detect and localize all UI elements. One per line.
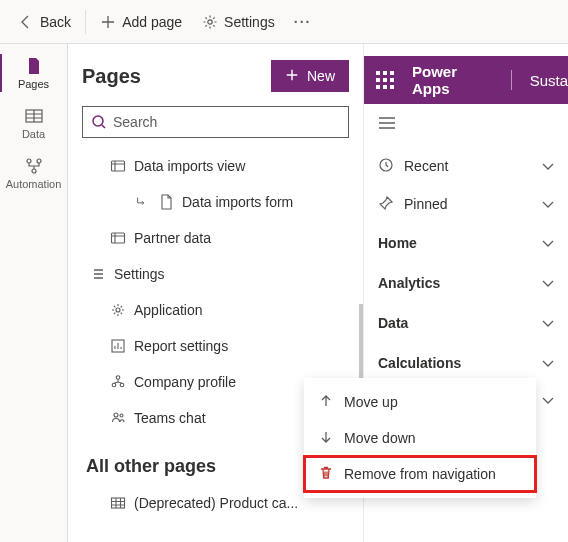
svg-rect-6 xyxy=(112,161,125,171)
nav-home[interactable]: Home xyxy=(378,223,554,263)
tree-item-label: Teams chat xyxy=(134,410,206,426)
plus-icon xyxy=(100,14,116,30)
tree-item-application[interactable]: Application xyxy=(82,292,349,328)
svg-point-0 xyxy=(208,19,212,23)
tree-item-data-imports-view[interactable]: Data imports view xyxy=(82,148,349,184)
nav-pinned[interactable]: Pinned xyxy=(378,185,554,223)
arrow-up-icon xyxy=(318,393,334,412)
page-icon xyxy=(24,56,44,76)
table-icon xyxy=(24,106,44,126)
form-icon xyxy=(158,194,174,210)
rail-data[interactable]: Data xyxy=(0,98,67,148)
tree-item-label: Report settings xyxy=(134,338,228,354)
search-icon xyxy=(91,114,107,130)
report-icon xyxy=(110,338,126,354)
svg-point-12 xyxy=(120,383,124,387)
tree-item-data-imports-form[interactable]: Data imports form xyxy=(82,184,349,220)
tree-item-label: Partner data xyxy=(134,230,211,246)
group-label: Settings xyxy=(114,266,165,282)
nav-label: Home xyxy=(378,235,417,251)
settings-label: Settings xyxy=(224,14,275,30)
app-name: Susta xyxy=(530,72,568,89)
divider xyxy=(511,70,512,90)
nav-recent[interactable]: Recent xyxy=(378,147,554,185)
gear-icon xyxy=(202,14,218,30)
nav-label: Data xyxy=(378,315,408,331)
arrow-down-icon xyxy=(318,429,334,448)
tree-item-report-settings[interactable]: Report settings xyxy=(82,328,349,364)
sub-icon xyxy=(134,194,150,210)
rail-automation-label: Automation xyxy=(6,178,62,190)
chevron-down-icon xyxy=(542,392,554,408)
nav-label: Recent xyxy=(404,158,448,174)
flow-icon xyxy=(24,156,44,176)
tree-group-settings[interactable]: Settings xyxy=(82,256,349,292)
svg-point-5 xyxy=(93,116,103,126)
hamburger-icon[interactable] xyxy=(378,116,396,147)
svg-rect-15 xyxy=(112,498,125,508)
clock-icon xyxy=(378,157,394,176)
ctx-remove-from-navigation[interactable]: Remove from navigation xyxy=(304,456,536,492)
tree-item-label: Application xyxy=(134,302,203,318)
suite-header: Power Apps Susta xyxy=(364,56,568,104)
search-input[interactable] xyxy=(113,114,340,130)
nav-data[interactable]: Data xyxy=(378,303,554,343)
waffle-icon[interactable] xyxy=(376,71,394,89)
svg-point-14 xyxy=(120,414,123,417)
chevron-down-icon xyxy=(542,275,554,291)
ctx-label: Move down xyxy=(344,430,416,446)
left-rail: Pages Data Automation xyxy=(0,44,68,542)
pin-icon xyxy=(378,195,394,214)
svg-point-2 xyxy=(27,159,31,163)
nav-calculations[interactable]: Calculations xyxy=(378,343,554,383)
rail-automation[interactable]: Automation xyxy=(0,148,67,198)
view-icon xyxy=(110,230,126,246)
teams-icon xyxy=(110,410,126,426)
panel-title: Pages xyxy=(82,65,141,88)
svg-point-8 xyxy=(116,308,120,312)
svg-point-13 xyxy=(114,413,118,417)
chevron-down-icon xyxy=(542,196,554,212)
nav-label: Analytics xyxy=(378,275,440,291)
rail-pages[interactable]: Pages xyxy=(0,48,67,98)
tree-item-label: Data imports form xyxy=(182,194,293,210)
new-button[interactable]: New xyxy=(271,60,349,92)
chevron-down-icon xyxy=(542,235,554,251)
ctx-label: Remove from navigation xyxy=(344,466,496,482)
svg-point-11 xyxy=(112,383,116,387)
rail-pages-label: Pages xyxy=(18,78,49,90)
nav-analytics[interactable]: Analytics xyxy=(378,263,554,303)
tree-item-label: Data imports view xyxy=(134,158,245,174)
tree-item-partner-data[interactable]: Partner data xyxy=(82,220,349,256)
tree-item-label: (Deprecated) Product ca... xyxy=(134,495,298,511)
ctx-move-down[interactable]: Move down xyxy=(304,420,536,456)
chevron-down-icon xyxy=(542,355,554,371)
ctx-label: Move up xyxy=(344,394,398,410)
brand-label: Power Apps xyxy=(412,63,493,97)
chevron-down-icon xyxy=(542,158,554,174)
new-label: New xyxy=(307,68,335,84)
rail-data-label: Data xyxy=(22,128,45,140)
table-icon xyxy=(110,495,126,511)
search-box[interactable] xyxy=(82,106,349,138)
plus-icon xyxy=(285,68,299,85)
add-page-button[interactable]: Add page xyxy=(90,0,192,43)
more-button[interactable]: ··· xyxy=(285,0,321,43)
divider xyxy=(85,10,86,34)
nav-label: Calculations xyxy=(378,355,461,371)
ctx-move-up[interactable]: Move up xyxy=(304,384,536,420)
add-page-label: Add page xyxy=(122,14,182,30)
settings-button[interactable]: Settings xyxy=(192,0,285,43)
chevron-down-icon xyxy=(542,315,554,331)
arrow-left-icon xyxy=(18,14,34,30)
gear-icon xyxy=(110,302,126,318)
svg-point-3 xyxy=(37,159,41,163)
org-icon xyxy=(110,374,126,390)
tree-item-label: Company profile xyxy=(134,374,236,390)
back-button[interactable]: Back xyxy=(8,0,81,43)
svg-point-4 xyxy=(32,169,36,173)
svg-rect-7 xyxy=(112,233,125,243)
list-icon xyxy=(90,266,106,282)
context-menu: Move up Move down Remove from navigation xyxy=(304,378,536,498)
view-icon xyxy=(110,158,126,174)
